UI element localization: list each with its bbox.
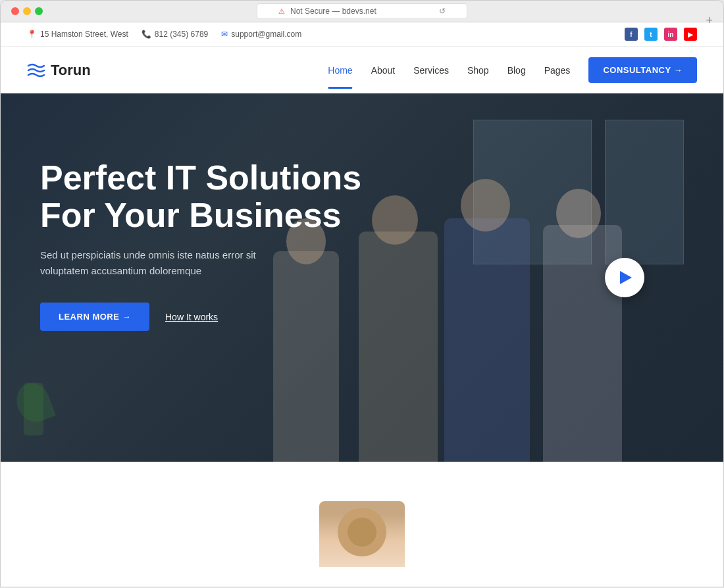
address-text: Not Secure — bdevs.net (290, 7, 376, 16)
hero-title: Perfect IT Solutions For Your Business (40, 159, 369, 234)
browser-body: 📍 15 Hamston Street, West 📞 812 (345) 67… (1, 22, 723, 587)
window-controls (11, 7, 43, 15)
hero-actions: LEARN MORE → How It works (40, 303, 369, 331)
hero-section: Perfect IT Solutions For Your Business S… (1, 93, 723, 462)
logo-icon (27, 63, 45, 78)
how-it-works-button[interactable]: How It works (165, 312, 218, 322)
location-icon: 📍 (27, 30, 37, 39)
address-bar[interactable]: ⚠ Not Secure — bdevs.net ↺ (257, 3, 467, 19)
play-icon (620, 271, 632, 284)
nav-about[interactable]: About (371, 65, 396, 76)
logo-svg (27, 63, 45, 78)
close-button[interactable] (11, 7, 19, 15)
topbar: 📍 15 Hamston Street, West 📞 812 (345) 67… (1, 22, 723, 47)
lock-icon: ⚠ (278, 7, 285, 16)
bottom-preview-section (1, 462, 723, 587)
reload-icon[interactable]: ↺ (439, 7, 446, 16)
plant-decor (14, 383, 53, 462)
facebook-icon[interactable]: f (625, 28, 638, 41)
youtube-icon[interactable]: ▶ (684, 28, 697, 41)
nav-home[interactable]: Home (328, 65, 352, 76)
nav-services[interactable]: Services (413, 65, 449, 76)
person-thumbnail (319, 501, 405, 567)
bottom-content-preview (319, 501, 405, 567)
email-icon: ✉ (221, 30, 228, 39)
logo-text: Torun (51, 62, 91, 79)
hero-content: Perfect IT Solutions For Your Business S… (1, 93, 409, 370)
browser-titlebar: ⚠ Not Secure — bdevs.net ↺ + (1, 7, 723, 22)
new-tab-button[interactable]: + (706, 14, 713, 28)
play-video-button[interactable] (605, 258, 644, 297)
browser-window: ⚠ Not Secure — bdevs.net ↺ + 📍 15 Hamsto… (0, 0, 724, 587)
social-links: f t in ▶ (625, 28, 697, 41)
nav-pages[interactable]: Pages (544, 65, 571, 76)
site-header: Torun Home About Services Shop Blog Page… (1, 47, 723, 93)
topbar-left: 📍 15 Hamston Street, West 📞 812 (345) 67… (27, 30, 301, 39)
twitter-icon[interactable]: t (644, 28, 658, 41)
nav-blog[interactable]: Blog (507, 65, 526, 76)
email-info: ✉ support@gmail.com (221, 30, 301, 39)
email-value: support@gmail.com (231, 30, 301, 39)
consultancy-button[interactable]: CONSULTANCY → (588, 57, 697, 83)
nav-shop[interactable]: Shop (467, 65, 489, 76)
hero-title-line2: For Your Business (40, 196, 342, 234)
hero-title-line1: Perfect IT Solutions (40, 159, 361, 197)
address-info: 📍 15 Hamston Street, West (27, 30, 128, 39)
phone-icon: 📞 (142, 30, 151, 39)
instagram-icon[interactable]: in (664, 28, 677, 41)
learn-more-button[interactable]: LEARN MORE → (40, 303, 149, 331)
minimize-button[interactable] (23, 7, 31, 15)
address-value: 15 Hamston Street, West (40, 30, 128, 39)
phone-info: 📞 812 (345) 6789 (142, 30, 208, 39)
hero-subtitle: Sed ut perspiciatis unde omnis iste natu… (40, 247, 303, 279)
main-nav: Home About Services Shop Blog Pages CONS… (328, 57, 697, 83)
phone-value: 812 (345) 6789 (155, 30, 208, 39)
maximize-button[interactable] (35, 7, 43, 15)
logo[interactable]: Torun (27, 62, 91, 79)
